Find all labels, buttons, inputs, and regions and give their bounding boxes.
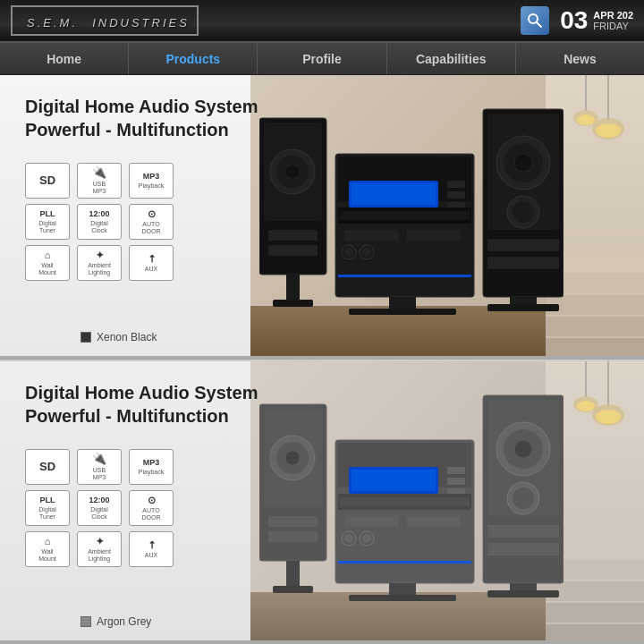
content: Digital Home Audio System Powerful - Mul… [0,75,644,644]
header-right: 03 APR 202 FRIDAY [521,6,633,35]
svg-rect-60 [273,586,313,593]
nav-capabilities[interactable]: Capabilities [387,43,516,74]
feature-auto-2: ⊙ AUTODOOR [129,490,174,526]
svg-point-85 [513,487,534,509]
feature-aux-1: ↗ AUX [129,245,174,281]
date-month: APR 202 [593,10,633,21]
svg-point-31 [362,248,371,257]
header: S.E.M. INDUSTRIES 03 APR 202 FRIDAY [0,0,644,43]
svg-rect-76 [338,561,471,564]
svg-point-39 [514,154,532,172]
color-swatch-2 [80,616,91,627]
feature-wall-2: ⌂ WallMount [25,531,70,567]
product-title-1: Digital Home Audio System Powerful - Mul… [25,95,258,141]
search-icon [527,13,543,29]
color-name-1: Xenon Black [97,331,157,343]
svg-point-41 [513,201,534,223]
feature-clock-1: 12:00 DigitalClock [77,204,122,240]
audio-system-2 [259,386,564,601]
color-label-1: Xenon Black [80,331,157,343]
svg-rect-13 [268,230,318,241]
svg-rect-89 [487,590,559,597]
logo-main: S.E.M. [27,16,78,30]
svg-point-83 [514,440,532,458]
svg-rect-34 [349,309,456,315]
svg-rect-45 [487,304,559,311]
svg-point-56 [285,451,300,465]
svg-rect-57 [268,516,318,527]
svg-point-12 [285,165,300,179]
color-name-2: Argon Grey [97,615,151,628]
feature-clock-2: 12:00 DigitalClock [77,490,122,526]
svg-point-4 [596,123,621,138]
svg-rect-69 [340,497,470,506]
pendant-light-1 [572,75,626,182]
color-swatch-1 [80,332,91,343]
nav-profile[interactable]: Profile [258,43,386,74]
svg-rect-66 [447,478,465,485]
date-info: APR 202 FRIDAY [593,10,633,31]
logo: S.E.M. INDUSTRIES [11,5,199,36]
svg-rect-32 [338,275,471,277]
svg-rect-25 [340,211,470,220]
svg-rect-43 [487,257,559,269]
svg-rect-58 [268,531,318,542]
navigation: Home Products Profile Capabilities News [0,43,644,75]
svg-point-75 [362,534,371,543]
product-text-area-1: Digital Home Audio System Powerful - Mul… [25,95,258,281]
feature-wall-1: ⌂ WallMount [25,245,70,281]
svg-point-29 [344,248,353,257]
feature-mp3-2: MP3 Playback [129,449,174,485]
search-button[interactable] [521,6,549,35]
feature-usb-2: 🔌 USBMP3 [77,449,122,485]
feature-ambient-2: ✦ AmbientLighting [77,531,122,567]
svg-rect-22 [447,191,465,199]
logo-sub: INDUSTRIES [92,16,190,30]
feature-ambient-1: ✦ AmbientLighting [77,245,122,281]
nav-news[interactable]: News [516,43,644,74]
product-text-area-2: Digital Home Audio System Powerful - Mul… [25,381,258,567]
audio-system-1 [259,100,564,315]
svg-rect-42 [487,239,559,251]
date-number: 03 [560,8,588,33]
date-day: FRIDAY [593,21,633,31]
feature-usb-1: 🔌 USBMP3 [77,163,122,199]
svg-rect-65 [447,467,465,474]
feature-auto-1: ⊙ AUTODOOR [129,204,174,240]
svg-rect-15 [286,275,300,301]
product-argon-grey: Digital Home Audio System Powerful - Mul… [0,360,644,644]
feature-mp3-1: MP3 Playback [129,163,174,199]
date-display: 03 APR 202 FRIDAY [560,8,633,33]
product-title-2: Digital Home Audio System Powerful - Mul… [25,381,258,428]
feature-sd-1: SD [25,163,70,199]
svg-rect-70 [344,516,398,527]
svg-rect-16 [273,300,313,307]
logo-text: S.E.M. INDUSTRIES [11,5,199,36]
nav-products[interactable]: Products [129,43,258,74]
svg-rect-71 [407,516,461,527]
room-bg-1 [250,75,644,360]
feature-aux-2: ↗ AUX [129,531,174,567]
svg-rect-14 [268,245,318,256]
svg-point-7 [577,114,595,125]
feature-sd-2: SD [25,449,70,485]
product-xenon-black: Digital Home Audio System Powerful - Mul… [0,75,644,360]
nav-home[interactable]: Home [0,43,129,74]
feature-pll-1: PLL DigitalTuner [25,204,70,240]
feature-pll-2: PLL DigitalTuner [25,490,70,526]
color-label-2: Argon Grey [80,615,151,628]
svg-rect-21 [447,181,465,188]
svg-rect-78 [349,595,456,601]
svg-rect-87 [487,543,559,555]
svg-point-48 [596,410,621,424]
room-bg-2 [250,361,644,644]
svg-point-51 [577,401,595,411]
svg-rect-27 [407,230,461,241]
features-grid-1: SD 🔌 USBMP3 MP3 Playback PLL DigitalTune… [25,163,258,281]
svg-line-1 [537,22,541,27]
svg-rect-20 [352,183,436,205]
svg-rect-64 [352,470,436,491]
svg-rect-77 [389,583,416,597]
svg-point-73 [344,534,353,543]
svg-rect-59 [286,561,300,588]
